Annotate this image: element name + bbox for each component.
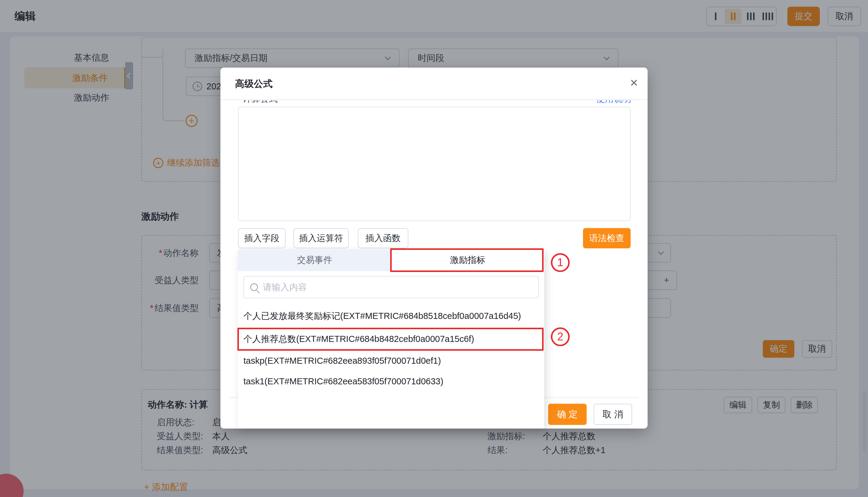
modal-ok-button[interactable]: 确 定: [548, 404, 587, 425]
insert-field-button[interactable]: 插入字段: [238, 228, 286, 248]
screen: 编辑 提交 取消 基本信息 激励条件 激励动作 激励指标/交易日期 时间段 20…: [0, 0, 868, 497]
metric-search-field[interactable]: [244, 276, 539, 298]
modal-cancel-button[interactable]: 取 消: [594, 404, 632, 425]
metric-option-4[interactable]: task1(EXT#METRIC#682eea583f05f700071d063…: [244, 372, 539, 390]
annotation-step1-badge: 1: [551, 253, 570, 272]
metric-option-3[interactable]: taskp(EXT#METRIC#682eea893f05f700071d0ef…: [244, 352, 539, 370]
annotation-box-step2: [237, 328, 543, 351]
modal-header-divider: [220, 99, 648, 100]
modal-title: 高级公式: [235, 77, 273, 90]
insert-operator-button[interactable]: 插入运算符: [293, 228, 349, 248]
formula-field-label-clipped: 计算公式: [243, 100, 278, 104]
insert-function-button[interactable]: 插入函数: [358, 228, 409, 248]
formula-textarea[interactable]: [238, 106, 631, 221]
annotation-step2-badge: 2: [551, 327, 570, 346]
metric-option-1[interactable]: 个人已发放最终奖励标记(EXT#METRIC#684b8518cebf0a000…: [244, 307, 539, 325]
close-icon[interactable]: ×: [625, 74, 643, 91]
search-input[interactable]: [263, 282, 532, 292]
search-icon: [250, 283, 258, 291]
annotation-box-step1: [390, 248, 543, 272]
help-link-clipped[interactable]: 使用说明: [581, 100, 631, 104]
tab-transaction-events[interactable]: 交易事件: [238, 249, 391, 271]
syntax-check-button[interactable]: 语法检查: [583, 228, 631, 248]
